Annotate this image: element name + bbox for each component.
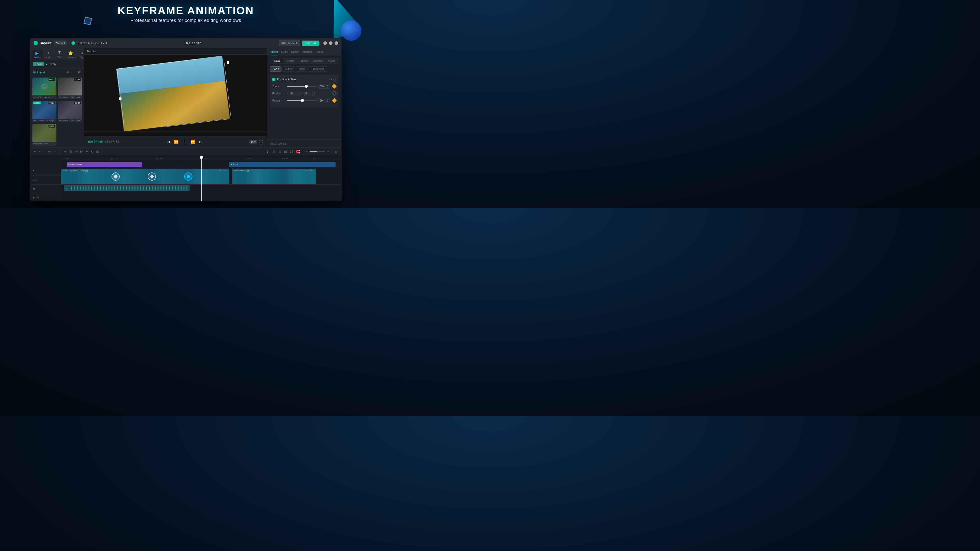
export-button[interactable]: ↑ Export xyxy=(302,41,319,46)
section-checkbox[interactable]: ✓ xyxy=(272,78,275,81)
zoom-track[interactable] xyxy=(310,151,325,152)
tab-media[interactable]: ▶ Media xyxy=(32,50,43,60)
camera-shake-clip[interactable]: ⊕ Camera Shake xyxy=(67,162,142,167)
rotate-slider[interactable] xyxy=(287,98,317,103)
fullscreen-button[interactable]: ⛶ xyxy=(259,140,263,144)
track-settings-icon[interactable]: ⚙ xyxy=(37,196,39,199)
import-button[interactable]: ⊕ Import xyxy=(33,70,45,74)
local-button[interactable]: Local xyxy=(33,62,44,66)
effects-track-label: ✦ xyxy=(30,166,61,176)
crop-tool[interactable]: ⊡ xyxy=(95,149,100,154)
tool3[interactable]: ⊣ xyxy=(74,149,79,154)
zoom-in-button[interactable]: ⊞ xyxy=(272,149,277,154)
skip-end-button[interactable]: ⏭ xyxy=(199,140,203,144)
decorative-square xyxy=(83,17,92,25)
tab-speed[interactable]: Speed xyxy=(298,59,311,63)
media-duration: 00:32 xyxy=(48,102,55,104)
add-track-icon[interactable]: ⊕ xyxy=(32,196,35,199)
right-top-tab-adjust[interactable]: Adjust xyxy=(316,50,324,56)
transform-handle-ml[interactable] xyxy=(119,97,121,100)
transform-handle-tr[interactable] xyxy=(227,61,229,64)
media-item[interactable]: 00:32 RE127838721412.mp4 xyxy=(58,78,82,99)
media-item[interactable]: 00:32 material 01.mp4 xyxy=(32,124,56,146)
maximize-button[interactable]: □ xyxy=(329,41,332,45)
loop-tool[interactable]: ↻ xyxy=(90,149,95,154)
chevron-right-icon: ▸ xyxy=(46,63,48,65)
skip-start-button[interactable]: ⏮ xyxy=(166,140,170,144)
step-forward-button[interactable]: ⏩ xyxy=(190,140,195,144)
diamond-icon-btn[interactable]: ◇ xyxy=(334,77,336,81)
link-button[interactable]: ⛓ xyxy=(289,149,294,154)
magnet-button[interactable]: 🧲 xyxy=(295,149,301,154)
stickers-icon: ⭐ xyxy=(68,51,73,56)
media-item[interactable]: 00:32 Added RE127838721412.mp4 xyxy=(32,101,56,122)
right-top-tab-speed[interactable]: Speed xyxy=(291,50,299,56)
monitor-canvas[interactable] xyxy=(84,55,267,131)
right-top-tab-animate[interactable]: Animate xyxy=(302,50,313,56)
pos-y-stepper[interactable]: ▲ ▼ xyxy=(311,92,313,95)
media-item[interactable]: 🛹 00:32 CRST001334.mov xyxy=(32,78,56,99)
tab-adjust[interactable]: Adjust xyxy=(325,59,338,63)
section-header: ✓ Position & Size ▴ ↺ ◇ xyxy=(272,77,336,81)
subtab-mask[interactable]: Mask xyxy=(296,66,307,72)
robust-clip[interactable]: ⊕ Robust xyxy=(229,162,336,167)
zoom-plus[interactable]: + xyxy=(326,149,330,154)
undo-button[interactable]: ↩ xyxy=(47,149,52,154)
redo-button[interactable]: ↪ xyxy=(52,149,57,154)
fit-button[interactable]: ⊟ xyxy=(283,149,288,154)
delete-button[interactable]: 🗑 xyxy=(68,149,73,154)
position-keyframe-button[interactable] xyxy=(332,91,337,96)
pause-button[interactable]: ⏸ xyxy=(182,139,187,144)
tab-audio[interactable]: ♪ Audio xyxy=(43,50,54,60)
zoom-slider[interactable] xyxy=(287,84,317,88)
tab-visual[interactable]: Visual xyxy=(270,59,283,63)
titlebar-right: ⌨ Shortcut ↑ Export — □ ✕ xyxy=(279,40,338,46)
right-top-tab-audio[interactable]: Audio xyxy=(281,50,288,56)
list-view-button[interactable]: ☰ xyxy=(73,70,76,75)
monitor-right-controls: 16:9 ⛶ xyxy=(249,140,263,144)
mic-button[interactable]: 🎙 xyxy=(265,149,270,154)
tab-audio[interactable]: Audio xyxy=(284,59,298,63)
zoom-keyframe-button[interactable] xyxy=(332,84,337,89)
export-icon: ↑ xyxy=(305,41,307,44)
subtab-cutout[interactable]: Cutout xyxy=(282,66,295,72)
subtab-basic[interactable]: Basic xyxy=(270,66,282,72)
media-filename: material 01.mp4 xyxy=(32,142,56,146)
minimize-button[interactable]: — xyxy=(323,41,327,45)
position-y-value: 0 ▲ ▼ xyxy=(304,91,315,96)
main-video-clip-2[interactable]: pexels-6008893.jpg 00:00:05:00 xyxy=(232,168,316,184)
right-top-tab-visual[interactable]: Visual xyxy=(270,50,278,56)
tab-text[interactable]: T Text xyxy=(54,50,65,60)
pos-x-stepper[interactable]: ▲ ▼ xyxy=(297,92,299,95)
right-panel-inner: Visual Audio Speed Animate Adjust Basic … xyxy=(267,56,341,139)
plus-icon: ⊕ xyxy=(33,70,36,74)
timeline-labels: ✦ main 🎵 ⊕ ⚙ xyxy=(30,156,61,201)
main-video-clip-1[interactable]: pexels-mary-taylor-6008916.jpg 00:00:09:… xyxy=(61,168,229,184)
zoom-out-button[interactable]: ⊟ xyxy=(277,149,282,154)
shortcut-button[interactable]: ⌨ Shortcut xyxy=(279,40,300,46)
tab-stickers[interactable]: ⭐ Stickers xyxy=(65,50,76,60)
tab-animate[interactable]: Animate xyxy=(311,59,325,63)
select-dropdown[interactable]: ▾ xyxy=(38,149,41,154)
rotate-keyframe-button[interactable] xyxy=(332,98,337,103)
settings-button[interactable]: ⊙ xyxy=(334,149,339,154)
select-tool[interactable]: ↖ xyxy=(33,149,38,154)
grid-view-button[interactable]: ⊞ xyxy=(78,70,81,75)
split-button[interactable]: ⊢ xyxy=(62,149,67,154)
view-controls: All ≡ ☰ ⊞ xyxy=(66,70,81,75)
audio-clip[interactable]: lazy xyxy=(64,186,190,191)
audio-track: lazy xyxy=(61,185,341,191)
zoom-stepper[interactable]: ▲ ▼ xyxy=(327,84,328,88)
tool4[interactable]: ⊢ xyxy=(79,149,84,154)
media-filename: RE127838721412.mp4 xyxy=(58,119,82,122)
zoom-minus[interactable]: − xyxy=(305,149,309,154)
stab-tool[interactable]: ✦ xyxy=(84,149,89,154)
close-button[interactable]: ✕ xyxy=(334,41,338,45)
reset-button[interactable]: ↺ xyxy=(329,77,332,81)
media-item[interactable]: 00:32 RE127838721412.mp4 xyxy=(58,101,82,122)
menu-button[interactable]: Menu ▾ xyxy=(54,41,67,45)
step-back-button[interactable]: ⏪ xyxy=(174,140,179,144)
library-toggle[interactable]: ▸ Library xyxy=(44,62,59,67)
subtab-background[interactable]: Background xyxy=(308,66,327,72)
rotate-stepper[interactable]: ▲ ▼ xyxy=(327,99,328,102)
